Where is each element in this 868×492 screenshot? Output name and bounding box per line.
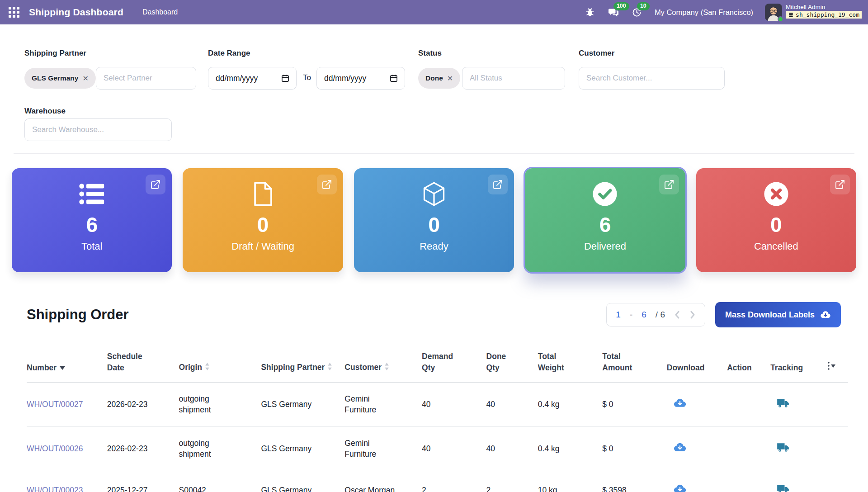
user-menu[interactable]: Mitchell Admin sh_shipping_19_com [765, 4, 862, 21]
date-range-separator: To [303, 73, 311, 82]
order-number-link[interactable]: WH/OUT/00026 [27, 444, 83, 453]
column-header-shipping-partner[interactable]: Shipping Partner [261, 348, 344, 382]
app-title[interactable]: Shipping Dashboard [29, 7, 123, 18]
kebab-caret-icon[interactable] [827, 361, 835, 370]
stat-value: 0 [770, 214, 782, 235]
customer-input[interactable] [579, 67, 725, 90]
open-external-icon[interactable] [317, 175, 337, 194]
done-qty-cell: 2 [486, 486, 491, 492]
date-from-input[interactable]: dd/mm/yyyy [208, 67, 297, 90]
online-status-dot [778, 16, 783, 22]
pager-start[interactable]: 1 [616, 310, 621, 320]
filters-section: Shipping Partner GLS Germany ✕ Date Rang… [0, 24, 868, 154]
status-tag-remove-icon[interactable]: ✕ [447, 74, 453, 83]
order-number-link[interactable]: WH/OUT/00027 [27, 400, 83, 409]
sort-icon [384, 362, 389, 374]
total-weight-cell: 10 kg [538, 486, 557, 492]
stat-value: 0 [257, 214, 269, 235]
mass-download-label: Mass Download Labels [725, 310, 815, 320]
column-label: Action [727, 362, 751, 374]
stat-value: 6 [599, 214, 611, 235]
tracking-truck-icon[interactable] [777, 441, 789, 454]
x-circle-icon [763, 180, 789, 208]
optional-columns-toggle[interactable] [827, 348, 848, 382]
status-input[interactable] [462, 67, 565, 90]
column-header-number[interactable]: Number [27, 348, 107, 382]
stat-label: Cancelled [754, 241, 798, 252]
stat-card-ready[interactable]: 0Ready [354, 168, 514, 272]
stat-card-delivered[interactable]: 6Delivered [525, 168, 685, 272]
mass-download-labels-button[interactable]: Mass Download Labels [715, 302, 841, 327]
messages-count-badge: 100 [613, 2, 629, 10]
list-icon [79, 180, 105, 208]
stat-card-draft-waiting[interactable]: 0Draft / Waiting [183, 168, 343, 272]
done-qty-cell: 40 [486, 400, 495, 409]
warehouse-input[interactable] [24, 118, 172, 141]
open-external-icon[interactable] [659, 175, 679, 194]
pager: 1 - 6 / 6 [606, 303, 705, 326]
tracking-truck-icon[interactable] [777, 397, 789, 409]
total-amount-cell: $ 0 [602, 444, 613, 453]
navbar-right: 100 10 My Company (San Francisco) [584, 4, 862, 21]
pager-prev-icon[interactable] [674, 310, 680, 319]
customer-cell: Gemini Furniture [344, 438, 398, 460]
shipping-partner-input[interactable] [96, 67, 196, 90]
download-label-icon[interactable] [673, 396, 687, 410]
status-tag-label: Done [425, 74, 443, 82]
stat-value: 6 [86, 214, 98, 235]
demand-qty-cell: 40 [422, 400, 430, 409]
table-row: WH/OUT/000272026-02-23outgoing shipmentG… [27, 382, 848, 426]
menu-item-dashboard[interactable]: Dashboard [142, 8, 178, 16]
activities-count-badge: 10 [637, 2, 650, 10]
download-label-icon[interactable] [673, 482, 687, 492]
demand-qty-cell: 2 [422, 486, 426, 492]
stat-card-total[interactable]: 6Total [12, 168, 172, 272]
column-label: Demand Qty [422, 351, 461, 374]
total-amount-cell: $ 0 [602, 400, 613, 409]
column-header-download: Download [667, 348, 727, 382]
check-circle-icon [592, 180, 618, 208]
column-label: Total Weight [538, 351, 577, 374]
date-from-value: dd/mm/yyyy [216, 74, 258, 83]
shipping-partner-label: Shipping Partner [24, 49, 86, 58]
shipping-partner-tag[interactable]: GLS Germany ✕ [24, 68, 96, 89]
column-label: Customer [344, 362, 382, 373]
apps-grid-icon[interactable] [7, 5, 21, 19]
total-weight-cell: 0.4 kg [538, 444, 560, 453]
open-external-icon[interactable] [830, 175, 850, 194]
column-header-demand-qty: Demand Qty [422, 348, 486, 382]
order-number-link[interactable]: WH/OUT/00023 [27, 486, 83, 492]
pager-dash: - [630, 310, 632, 320]
column-label: Origin [179, 362, 203, 373]
messages-icon[interactable]: 100 [608, 6, 619, 18]
demand-qty-cell: 40 [422, 444, 430, 453]
download-label-icon[interactable] [673, 440, 687, 454]
company-switcher[interactable]: My Company (San Francisco) [655, 8, 753, 17]
top-navbar: Shipping Dashboard Dashboard 100 [0, 0, 868, 24]
table-row: WH/OUT/000262026-02-23outgoing shipmentG… [27, 426, 848, 471]
open-external-icon[interactable] [488, 175, 508, 194]
pager-end[interactable]: 6 [642, 310, 646, 320]
shipping-partner-tag-remove-icon[interactable]: ✕ [82, 74, 88, 83]
pager-next-icon[interactable] [689, 310, 696, 319]
column-header-total-amount: Total Amount [602, 348, 666, 382]
schedule-date-cell: 2026-02-23 [107, 400, 148, 409]
activities-clock-icon[interactable]: 10 [631, 6, 643, 18]
calendar-icon [389, 74, 398, 83]
shipping-partner-cell: GLS Germany [261, 400, 311, 409]
shipping-dashboard-page: Shipping Dashboard Dashboard 100 [0, 0, 868, 492]
pager-total: / 6 [656, 310, 665, 320]
status-tag[interactable]: Done ✕ [418, 68, 460, 89]
open-external-icon[interactable] [146, 175, 165, 194]
tracking-truck-icon[interactable] [777, 483, 789, 492]
date-to-value: dd/mm/yyyy [324, 74, 366, 83]
date-to-input[interactable]: dd/mm/yyyy [316, 67, 405, 90]
column-header-origin[interactable]: Origin [179, 348, 261, 382]
column-label: Schedule Date [107, 351, 152, 374]
stat-card-cancelled[interactable]: 0Cancelled [696, 168, 856, 272]
column-header-customer[interactable]: Customer [344, 348, 422, 382]
debug-bug-icon[interactable] [584, 6, 596, 18]
orders-title: Shipping Order [27, 307, 606, 323]
total-weight-cell: 0.4 kg [538, 400, 560, 409]
column-header-total-weight: Total Weight [538, 348, 602, 382]
